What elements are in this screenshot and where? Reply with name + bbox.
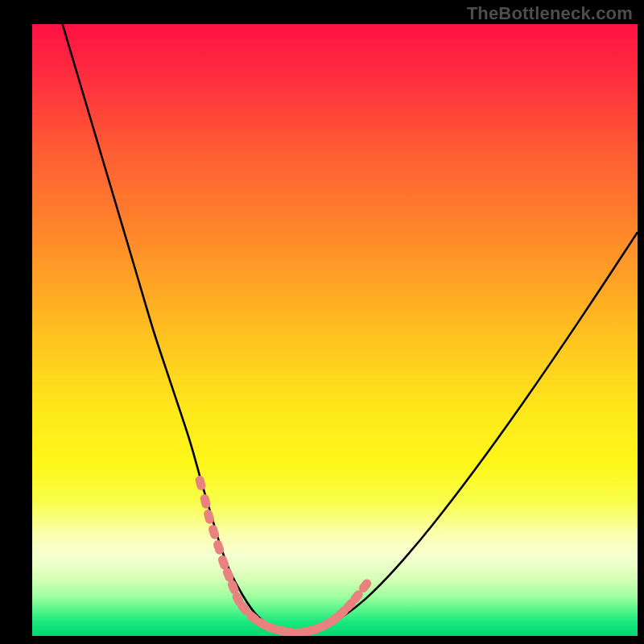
plot-area <box>32 24 638 636</box>
highlight-markers <box>194 475 373 636</box>
bottleneck-curve <box>63 24 638 633</box>
chart-frame: TheBottleneck.com <box>0 0 644 644</box>
chart-canvas <box>32 24 638 636</box>
highlight-marker <box>194 475 206 491</box>
watermark-text: TheBottleneck.com <box>467 3 633 24</box>
